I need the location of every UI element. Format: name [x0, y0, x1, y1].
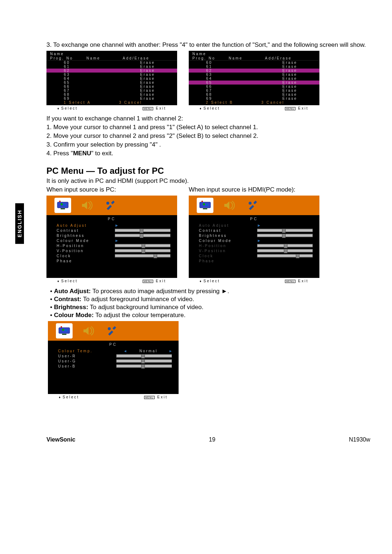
svg-point-3 — [61, 203, 63, 205]
exchange-step-3: 3. Confirm your selection by pressing "4… — [46, 141, 370, 148]
svg-point-11 — [249, 202, 252, 205]
tab-audio-icon[interactable] — [80, 323, 97, 338]
osd-sort-left: NameProg. NoNameAdd/Erase60Erase61Erase6… — [46, 51, 177, 111]
svg-rect-12 — [59, 328, 70, 333]
page-footer: ViewSonic 19 N1930w — [46, 436, 370, 443]
svg-rect-6 — [200, 202, 211, 208]
pc-options-bullets: Auto Adjust: To process auto image adjus… — [46, 288, 370, 319]
svg-point-10 — [206, 204, 208, 206]
svg-point-8 — [201, 201, 203, 202]
osd-sort-right: NameProg. NoNameAdd/Erase60Erase61Erase6… — [189, 51, 319, 111]
pc-caption-right: When input source is HDMI(PC mode): — [189, 186, 319, 193]
svg-point-4 — [64, 204, 66, 206]
exchange-step-4: 4. Press "MENU" to exit. — [46, 150, 370, 157]
svg-rect-1 — [61, 208, 65, 209]
footer-model: N1930w — [349, 436, 370, 443]
svg-rect-13 — [62, 334, 66, 335]
osd-pc-left: PCAuto Adjust►ContrastBrightnessColour M… — [46, 196, 177, 284]
svg-rect-0 — [57, 202, 68, 208]
exchange-step-1: 1. Move your cursor to channel 1 and pre… — [46, 124, 370, 131]
tab-setup-icon[interactable] — [102, 198, 119, 213]
svg-point-15 — [62, 329, 64, 331]
svg-point-5 — [106, 202, 109, 205]
osd-pc-right: PCAuto Adjust►ContrastBrightnessColour M… — [189, 196, 319, 284]
svg-point-14 — [61, 326, 62, 328]
tab-picture-icon[interactable] — [54, 198, 71, 213]
pc-menu-intro: It is only active in PC and HDMI (suppor… — [46, 177, 370, 185]
intro-text: 3. To exchange one channel with another:… — [46, 41, 370, 49]
tab-setup-icon[interactable] — [245, 198, 261, 213]
exchange-step-2: 2. Move your cursor to channel 2 and pre… — [46, 132, 370, 140]
svg-point-9 — [203, 203, 205, 205]
svg-point-16 — [65, 329, 67, 332]
tab-picture-icon[interactable] — [197, 198, 213, 213]
exchange-intro: If you want to exchange channel 1 with c… — [46, 115, 370, 122]
pc-caption-left: When input source is PC: — [46, 186, 177, 193]
pc-menu-heading: PC Menu — To adjust for PC — [46, 166, 370, 176]
svg-point-17 — [108, 327, 111, 330]
language-tab: ENGLISH — [15, 203, 24, 244]
tab-audio-icon[interactable] — [221, 198, 237, 213]
svg-point-2 — [59, 201, 61, 202]
tab-audio-icon[interactable] — [78, 198, 95, 213]
tab-picture-icon[interactable] — [56, 323, 73, 338]
footer-brand: ViewSonic — [46, 436, 75, 443]
tab-setup-icon[interactable] — [104, 323, 121, 338]
footer-page: 19 — [209, 436, 216, 443]
svg-rect-7 — [203, 208, 207, 209]
osd-colour-mode: PCColour Temp.◄Normal►User-RUser-GUser-B… — [48, 321, 179, 400]
